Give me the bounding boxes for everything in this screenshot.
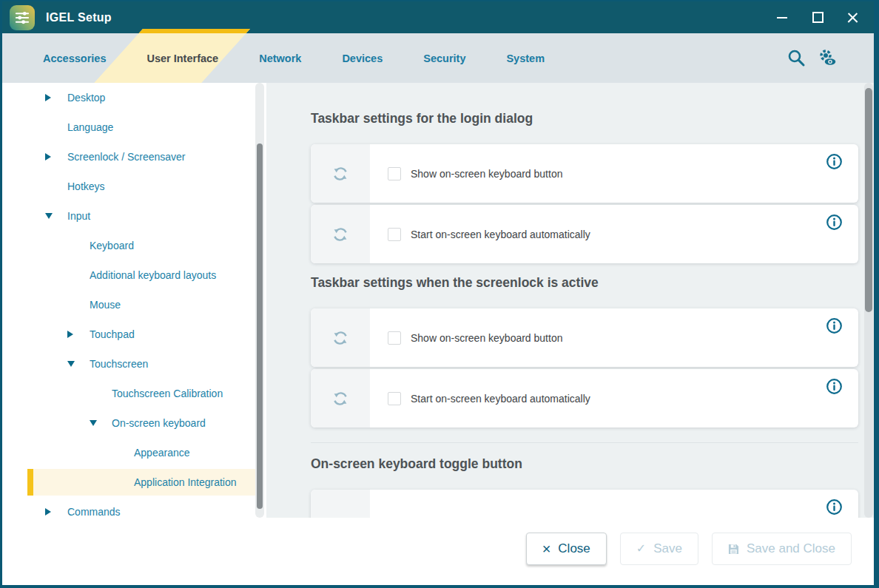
reset-to-default-icon[interactable] [331,389,349,408]
reset-strip [311,308,370,367]
tab-bar-icons [787,48,874,68]
close-button[interactable]: × Close [526,533,607,565]
tree-item-label: Appearance [134,447,190,459]
section-heading-screenlock: Taskbar settings when the screenlock is … [311,275,858,291]
settings-tree-sidebar: Desktop Language Screenlock / Screensave… [2,83,266,518]
tree-item-additional-keyboard-layouts[interactable]: Additional keyboard layouts [2,260,266,290]
reset-strip [311,144,370,203]
search-icon[interactable] [787,48,806,68]
maximize-icon [812,12,824,23]
sidebar-scrollbar-thumb[interactable] [257,143,263,509]
tree-item-keyboard[interactable]: Keyboard [2,231,266,260]
setting-label: Start on-screen keyboard automatically [411,393,590,405]
tree-item-label: Additional keyboard layouts [90,269,216,281]
save-and-close-button-label: Save and Close [747,541,835,556]
chevron-down-icon[interactable] [90,420,112,426]
igel-setup-window: IGEL Setup Accessories User Interface Ne… [0,0,879,588]
setting-label: Show on-screen keyboard button [411,168,562,180]
tree-item-input[interactable]: Input [2,201,266,231]
info-icon[interactable] [826,153,843,170]
window-title: IGEL Setup [46,11,112,24]
info-icon[interactable] [826,378,843,395]
reset-strip [311,205,370,263]
setting-card: Show on-screen keyboard button [311,144,858,203]
content-scrollbar-thumb[interactable] [865,88,872,312]
main-tab-bar: Accessories User Interface Network Devic… [2,33,874,83]
checkbox-row: Show on-screen keyboard button [388,308,562,367]
tree-item-label: Touchscreen [90,358,148,370]
checkbox-show-osk-button-screenlock[interactable] [388,331,401,345]
tree-item-touchscreen-calibration[interactable]: Touchscreen Calibration [2,379,266,408]
checkbox-start-osk-automatically-screenlock[interactable] [388,392,401,405]
tree-item-label: Input [67,210,90,222]
tree-item-label: Language [67,121,113,133]
tab-devices[interactable]: Devices [342,53,383,64]
tree-item-hotkeys[interactable]: Hotkeys [2,172,266,201]
save-and-close-button[interactable]: Save and Close [712,533,852,565]
maximize-button[interactable] [806,6,829,30]
floppy-disk-icon [728,544,739,555]
tree-item-commands[interactable]: Commands [2,497,266,518]
setup-visibility-icon[interactable] [818,49,838,68]
minimize-button[interactable] [770,6,794,30]
section-divider [311,442,858,443]
window-controls [770,6,874,30]
tree-item-on-screen-keyboard[interactable]: On-screen keyboard [2,408,266,438]
chevron-right-icon[interactable] [45,508,67,516]
tree-item-appearance[interactable]: Appearance [2,438,266,467]
reset-to-default-icon[interactable] [331,225,349,244]
title-bar: IGEL Setup [2,1,874,33]
chevron-down-icon[interactable] [67,361,90,367]
footer-bar: × Close ✓ Save Save and Close [2,518,874,585]
settings-content-panel: Taskbar settings for the login dialog Sh… [266,83,874,518]
tree-item-label: Desktop [67,92,105,104]
setting-label: Show on-screen keyboard button [411,332,562,344]
chevron-right-icon[interactable] [45,153,67,160]
chevron-right-icon[interactable] [45,94,67,101]
tab-security[interactable]: Security [423,53,465,64]
tab-user-interface[interactable]: User Interface [146,53,218,64]
reset-strip [311,369,370,428]
reset-strip [311,490,370,518]
tree-item-desktop[interactable]: Desktop [2,83,266,112]
checkbox-show-osk-button[interactable] [388,167,401,180]
info-icon[interactable] [826,499,843,516]
save-button-label: Save [653,541,682,556]
tree-item-label: Commands [67,506,121,518]
info-icon[interactable] [826,214,843,231]
close-window-button[interactable] [841,6,865,30]
checkbox-row: Start on-screen keyboard automatically [388,205,590,263]
chevron-down-icon[interactable] [45,213,67,219]
tree-item-mouse[interactable]: Mouse [2,290,266,320]
tree-item-screenlock-screensaver[interactable]: Screenlock / Screensaver [2,142,266,172]
save-button[interactable]: ✓ Save [620,533,698,565]
tree-item-label: Application Integration [134,476,237,488]
setting-label: Start on-screen keyboard automatically [411,229,590,240]
info-icon[interactable] [826,317,843,334]
tree-item-application-integration[interactable]: Application Integration [27,469,256,496]
checkbox-start-osk-automatically[interactable] [388,228,401,241]
setting-card: Show on-screen keyboard button [311,308,858,367]
close-button-label: Close [558,541,590,556]
reset-to-default-icon[interactable] [331,164,349,183]
tree-item-label: Touchpad [90,328,135,340]
sliders-icon [13,8,32,27]
tree-item-touchscreen[interactable]: Touchscreen [2,349,266,379]
tab-accessories[interactable]: Accessories [43,53,106,64]
chevron-right-icon[interactable] [67,331,90,338]
reset-to-default-icon[interactable] [331,328,349,348]
tab-network[interactable]: Network [259,53,301,64]
check-icon: ✓ [636,543,646,555]
main-area: Desktop Language Screenlock / Screensave… [2,83,874,518]
tree-item-label: Keyboard [90,240,134,251]
section-heading-toggle-button: On-screen keyboard toggle button [311,456,858,472]
tree-item-label: Touchscreen Calibration [112,388,223,399]
tab-system[interactable]: System [506,53,545,64]
tree-item-label: On-screen keyboard [112,417,206,429]
tree-item-language[interactable]: Language [2,112,266,142]
tree-item-touchpad[interactable]: Touchpad [2,320,266,349]
tree-item-label: Mouse [90,299,121,311]
igel-logo-icon [10,5,35,30]
tree-item-label: Screenlock / Screensaver [67,151,186,163]
setting-card-partial [311,490,858,518]
